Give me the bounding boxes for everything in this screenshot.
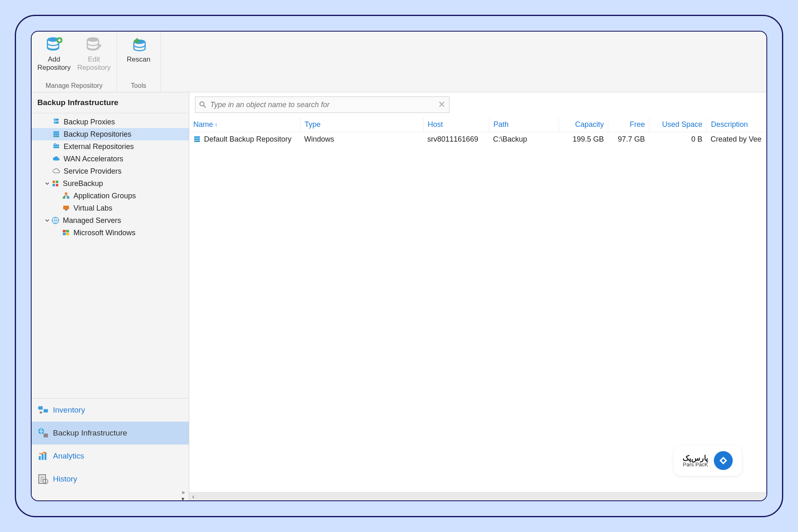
ribbon-group-manage-repository: AddRepository EditRepository Manage Repo… [32, 32, 117, 92]
add-repository-button[interactable]: AddRepository [35, 34, 73, 81]
tree-expander-icon[interactable] [44, 180, 50, 187]
sidebar: Backup Infrastructure Backup Proxies Bac… [32, 92, 189, 500]
bottom-nav: Inventory Backup Infrastructure Analytic… [32, 398, 189, 500]
cell-free: 97.7 GB [608, 135, 649, 144]
column-description[interactable]: Description [706, 117, 766, 132]
clear-search-icon[interactable]: ✕ [438, 101, 446, 109]
search-bar: ✕ [195, 96, 449, 113]
svg-rect-5 [54, 122, 59, 124]
repository-grid: Name↑ Type Host Path Capacity Free Used … [189, 117, 766, 492]
ribbon-group-tools: Rescan Tools [117, 32, 161, 92]
svg-rect-44 [197, 141, 198, 142]
nav-label: History [53, 475, 77, 484]
nav-label: Inventory [53, 406, 85, 415]
nav-inventory[interactable]: Inventory [32, 399, 189, 422]
ribbon-group-label: Tools [131, 81, 146, 91]
tree-expander-icon[interactable] [44, 217, 50, 224]
tree-item-label: Microsoft Windows [73, 229, 135, 237]
svg-rect-13 [53, 144, 59, 146]
history-icon [37, 473, 49, 485]
tree-item-label: Backup Repositories [64, 130, 131, 139]
scroll-left-icon[interactable]: ‹ [189, 493, 197, 500]
svg-rect-28 [66, 233, 69, 235]
tree-item-label: Virtual Labs [73, 204, 112, 213]
svg-rect-15 [53, 181, 55, 183]
svg-rect-30 [44, 409, 48, 413]
grid-row[interactable]: Default Backup Repository Windows srv801… [189, 132, 766, 146]
repository-icon [52, 130, 60, 138]
rescan-button[interactable]: Rescan [120, 34, 157, 81]
cell-type: Windows [300, 135, 423, 144]
svg-rect-14 [53, 147, 59, 148]
tree-item-wan-accelerators[interactable]: WAN Accelerators [32, 153, 189, 165]
search-icon [199, 101, 207, 109]
nav-analytics[interactable]: Analytics [32, 445, 189, 468]
nav-history[interactable]: History [32, 468, 189, 491]
sidebar-tree: Backup Proxies Backup Repositories Exter… [32, 113, 189, 398]
brand-logo-icon [714, 451, 733, 470]
sidebar-title: Backup Infrastructure [32, 92, 189, 113]
tree-item-backup-proxies[interactable]: Backup Proxies [32, 116, 189, 128]
svg-rect-8 [53, 131, 59, 133]
tree-item-external-repositories[interactable]: External Repositories [32, 140, 189, 153]
tree-item-microsoft-windows[interactable]: Microsoft Windows [32, 227, 189, 239]
svg-point-39 [200, 102, 204, 106]
tree-item-backup-repositories[interactable]: Backup Repositories [32, 128, 189, 140]
nav-backup-infrastructure[interactable]: Backup Infrastructure [32, 422, 189, 445]
surebackup-icon [51, 179, 60, 188]
tree-item-label: SureBackup [63, 179, 103, 188]
tree-item-application-groups[interactable]: Application Groups [32, 190, 189, 202]
svg-point-2 [87, 37, 99, 42]
column-free[interactable]: Free [608, 117, 649, 132]
column-path[interactable]: Path [489, 117, 559, 132]
tree-item-label: Backup Proxies [64, 118, 115, 126]
column-host[interactable]: Host [423, 117, 489, 132]
svg-rect-16 [56, 181, 58, 183]
tree-item-surebackup[interactable]: SureBackup [32, 177, 189, 190]
windows-icon [62, 229, 70, 237]
column-type[interactable]: Type [300, 117, 423, 132]
tree-item-service-providers[interactable]: Service Providers [32, 165, 189, 177]
cell-used: 0 B [649, 135, 706, 144]
column-name[interactable]: Name↑ [189, 117, 300, 132]
svg-rect-43 [195, 141, 196, 142]
cloud-icon [52, 155, 60, 163]
svg-rect-12 [56, 136, 57, 137]
brand-badge: پارس‌پک Pars PacK [674, 445, 742, 476]
svg-rect-17 [53, 184, 55, 186]
tree-item-managed-servers[interactable]: Managed Servers [32, 214, 189, 227]
svg-rect-33 [44, 433, 48, 437]
svg-rect-34 [39, 456, 41, 460]
svg-rect-18 [56, 184, 58, 186]
svg-rect-41 [194, 138, 200, 140]
svg-rect-25 [63, 230, 66, 232]
svg-rect-26 [66, 230, 69, 232]
proxy-icon [52, 118, 60, 126]
grid-header: Name↑ Type Host Path Capacity Free Used … [189, 117, 766, 132]
database-rescan-icon [130, 36, 148, 54]
database-add-icon [45, 36, 63, 54]
application-groups-icon [62, 192, 70, 200]
svg-rect-4 [54, 119, 59, 121]
nav-expand-toggle[interactable]: »▾ [32, 491, 189, 500]
svg-rect-20 [63, 197, 65, 199]
backup-infrastructure-icon [37, 427, 49, 439]
svg-rect-9 [53, 133, 59, 135]
column-capacity[interactable]: Capacity [559, 117, 608, 132]
cell-description: Created by Vee [706, 135, 766, 144]
cell-name: Default Backup Repository [204, 135, 291, 144]
svg-rect-27 [63, 233, 66, 235]
svg-rect-21 [67, 197, 69, 199]
horizontal-scrollbar[interactable]: ‹ [189, 492, 766, 500]
svg-rect-11 [54, 136, 55, 137]
edit-repository-button[interactable]: EditRepository [75, 34, 113, 81]
scroll-track[interactable] [197, 493, 766, 500]
analytics-icon [37, 450, 49, 462]
tree-item-virtual-labs[interactable]: Virtual Labs [32, 202, 189, 214]
column-used-space[interactable]: Used Space [649, 117, 706, 132]
cell-host: srv8011161669 [423, 135, 489, 144]
ribbon-toolbar: AddRepository EditRepository Manage Repo… [32, 32, 766, 92]
search-input[interactable] [210, 101, 438, 109]
brand-name: پارس‌پک [683, 454, 708, 462]
svg-point-6 [55, 119, 55, 120]
